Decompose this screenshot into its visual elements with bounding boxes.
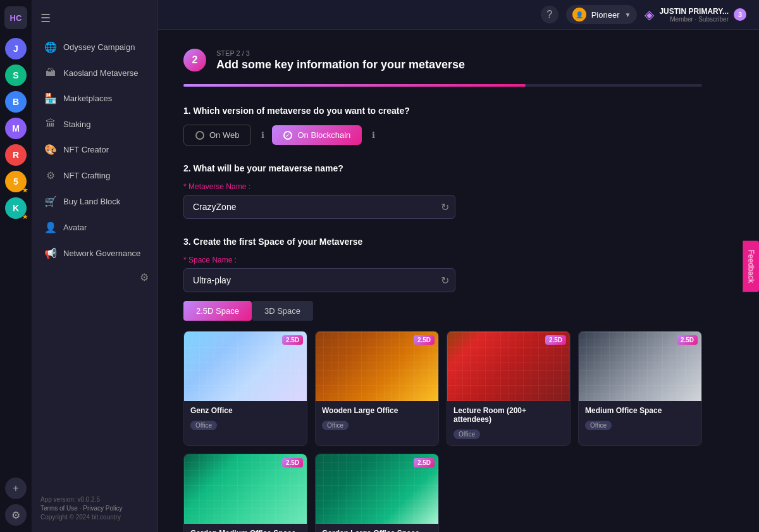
avatar-m[interactable]: M	[5, 118, 27, 139]
app-logo[interactable]: HC	[4, 6, 27, 29]
radio-on-web[interactable]: On Web	[183, 125, 251, 145]
nft-crafting-icon: ⚙	[44, 170, 57, 182]
section-version-title: 1. Which version of metaverse do you wan…	[183, 106, 702, 116]
space-img-medium: 2.5D	[579, 331, 701, 401]
user-name: JUSTIN PRIMARY...	[659, 7, 729, 16]
radio-label-blockchain: On Blockchain	[297, 130, 350, 140]
sidebar-item-buy-land-block[interactable]: 🛒 Buy Land Block	[35, 189, 154, 214]
sidebar-item-staking[interactable]: 🏛 Staking	[35, 112, 154, 136]
settings-bottom-icon[interactable]: ⚙	[5, 504, 27, 526]
space-card-wooden[interactable]: 2.5D Wooden Large Office Office	[315, 331, 439, 446]
space-tag-lecture: Office	[454, 430, 480, 439]
space-grid-row2: 2.5D Garden Medium Office Space Office 2…	[183, 454, 702, 532]
space-card-garden-l[interactable]: 2.5D Garden Large Office Space Office	[315, 454, 439, 532]
sidebar-footer: App version: v0.0.2.5 Terms of Use · Pri…	[32, 490, 157, 527]
governance-icon: 📢	[44, 247, 57, 259]
sidebar-item-label-governance: Network Governance	[63, 249, 140, 258]
icon-bar: HC J S B M R 5★ K★ + ⚙	[0, 0, 32, 532]
avatar-icon: 👤	[44, 221, 57, 233]
page-content: 2 STEP 2 / 3 Add some key information fo…	[158, 30, 727, 532]
nft-creator-icon: 🎨	[44, 144, 57, 156]
avatar-b[interactable]: B	[5, 91, 27, 113]
tab-3d-space[interactable]: 3D Space	[252, 301, 313, 321]
progress-bar	[183, 84, 702, 87]
space-info-medium: Medium Office Space Office	[579, 401, 701, 436]
step-label: STEP 2 / 3	[216, 49, 465, 57]
marketplaces-icon: 🏪	[44, 92, 57, 104]
help-button[interactable]: ?	[541, 6, 558, 23]
section-space: 3. Create the first Space of your Metave…	[183, 237, 702, 532]
space-name-genz: Genz Office	[190, 406, 300, 415]
space-card-medium[interactable]: 2.5D Medium Office Space Office	[578, 331, 702, 446]
settings-wrap: ⚙	[32, 266, 157, 288]
radio-on-blockchain[interactable]: On Blockchain	[272, 125, 362, 145]
section-name-title: 2. What will be your metaverse name?	[183, 163, 702, 173]
space-name-garden-m: Garden Medium Office Space	[190, 529, 300, 532]
space-name-label: * Space Name :	[183, 256, 702, 264]
space-info-garden-m: Garden Medium Office Space Office	[184, 524, 307, 532]
sidebar-item-nft-crafting[interactable]: ⚙ NFT Crafting	[35, 163, 154, 188]
sidebar-item-avatar[interactable]: 👤 Avatar	[35, 215, 154, 240]
badge-lecture: 2.5D	[545, 335, 566, 345]
privacy-link[interactable]: Privacy Policy	[83, 505, 122, 512]
sidebar-item-marketplaces[interactable]: 🏪 Marketplaces	[35, 86, 154, 111]
user-avatar-icon: ◈	[645, 7, 654, 22]
sidebar-item-label-nft-crafting: NFT Crafting	[63, 171, 110, 180]
space-tag-genz: Office	[190, 421, 217, 430]
profile-avatar: 👤	[572, 8, 586, 22]
avatar-r[interactable]: R	[5, 144, 27, 166]
user-sub: Member · Subscriber	[670, 16, 729, 23]
sidebar-item-odyssey[interactable]: 🌐 Odyssey Campaign	[35, 35, 154, 59]
help-icon: ?	[546, 9, 552, 20]
radio-label-web: On Web	[209, 130, 239, 140]
avatar-j[interactable]: J	[5, 38, 27, 59]
space-info-wooden: Wooden Large Office Office	[316, 401, 438, 436]
space-info-lecture: Lecture Room (200+ attendees) Office	[447, 401, 570, 445]
buy-land-icon: 🛒	[44, 195, 57, 207]
sidebar-menu-icon[interactable]: ☰	[40, 11, 51, 25]
space-card-lecture[interactable]: 2.5D Lecture Room (200+ attendees) Offic…	[447, 331, 571, 446]
sidebar-item-network-governance[interactable]: 📢 Network Governance	[35, 241, 154, 266]
sidebar-header: ☰	[32, 5, 157, 32]
profile-name: Pioneer	[591, 10, 620, 20]
info-icon-blockchain[interactable]: ℹ	[372, 130, 375, 140]
space-card-garden-m[interactable]: 2.5D Garden Medium Office Space Office	[183, 454, 307, 532]
sidebar-item-kaosland[interactable]: 🏔 Kaosland Metaverse	[35, 61, 154, 85]
space-card-genz[interactable]: 2.5D Genz Office Office	[183, 331, 307, 446]
badge-medium: 2.5D	[677, 335, 698, 345]
profile-avatar-icon: 👤	[576, 11, 583, 18]
info-icon-web[interactable]: ℹ	[261, 130, 264, 140]
tab-3d-label: 3D Space	[264, 306, 300, 316]
sidebar-item-label-buy-land: Buy Land Block	[63, 197, 120, 206]
notification-badge[interactable]: 3	[734, 8, 746, 21]
avatar-s[interactable]: S	[5, 65, 27, 86]
sidebar-item-label-kaosland: Kaosland Metaverse	[63, 68, 139, 78]
tab-2d5-label: 2.5D Space	[196, 306, 239, 316]
sidebar: ☰ 🌐 Odyssey Campaign 🏔 Kaosland Metavers…	[32, 0, 158, 532]
profile-dropdown[interactable]: 👤 Pioneer ▼	[566, 5, 638, 24]
refresh-name-icon[interactable]: ↻	[441, 201, 449, 213]
icon-bar-bottom: + ⚙	[5, 478, 27, 526]
sidebar-item-label-staking: Staking	[63, 120, 90, 129]
avatar-k[interactable]: K★	[5, 197, 27, 219]
avatar-5[interactable]: 5★	[5, 171, 27, 192]
space-type-tabs: 2.5D Space 3D Space	[183, 301, 702, 321]
space-img-wooden: 2.5D	[316, 331, 438, 401]
add-button[interactable]: +	[5, 478, 27, 499]
badge-genz: 2.5D	[282, 335, 303, 345]
terms-link[interactable]: Terms of Use	[40, 505, 78, 512]
metaverse-name-input[interactable]	[183, 195, 455, 219]
space-info-genz: Genz Office Office	[184, 401, 307, 436]
space-name-input[interactable]	[183, 268, 455, 292]
sidebar-item-nft-creator[interactable]: 🎨 NFT Creator	[35, 137, 154, 162]
sidebar-settings-icon[interactable]: ⚙	[140, 271, 149, 283]
refresh-space-icon[interactable]: ↻	[441, 275, 449, 287]
feedback-tab[interactable]: Feedback	[743, 240, 759, 292]
section-name: 2. What will be your metaverse name? * M…	[183, 163, 702, 219]
step-header: 2 STEP 2 / 3 Add some key information fo…	[183, 49, 702, 71]
tab-2d5-space[interactable]: 2.5D Space	[183, 301, 252, 321]
sidebar-item-label-avatar: Avatar	[63, 223, 87, 232]
space-name-medium: Medium Office Space	[585, 406, 695, 415]
step-info: STEP 2 / 3 Add some key information for …	[216, 49, 465, 71]
main-content: ? 👤 Pioneer ▼ ◈ JUSTIN PRIMARY... Member…	[158, 0, 759, 532]
